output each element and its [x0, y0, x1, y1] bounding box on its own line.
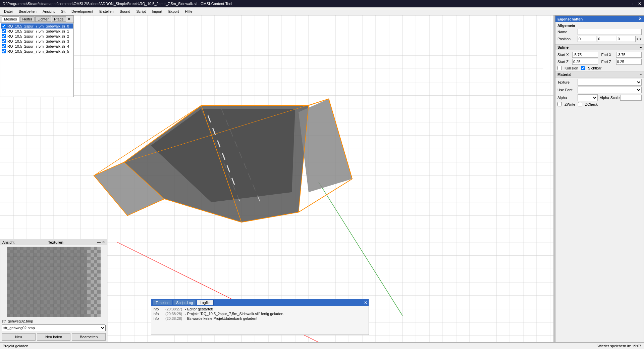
titlebar-controls: — □ ✕ [626, 1, 641, 6]
menu-item-bearbeiten[interactable]: Bearbeiten [16, 9, 39, 14]
startz-input[interactable] [572, 59, 598, 65]
menu-item-erstellen[interactable]: Erstellen [97, 9, 116, 14]
usefont-select[interactable] [578, 87, 642, 93]
texture-label: Texture [557, 80, 578, 84]
menu-item-git[interactable]: Git [58, 9, 68, 14]
titlebar: D:\Programme\Steam\steamapps\common\OMSI… [0, 0, 644, 7]
material-expander: Material – [555, 72, 644, 78]
log-tab-logfile[interactable]: Logfile [197, 300, 213, 305]
menu-item-script[interactable]: Script [133, 9, 148, 14]
alpha-scale-label: Alpha-Scale [600, 96, 620, 100]
left-panel-close-button[interactable]: ✕ [66, 17, 72, 21]
panel-tab-meshes[interactable]: Meshes [2, 16, 19, 22]
ansicht-label: Ansicht [2, 240, 14, 244]
texture-select[interactable] [578, 79, 642, 86]
material-expand-btn[interactable]: – [640, 73, 642, 77]
mesh-item[interactable]: RQ_10,5_2spur_7,5m_Sidewalk.sli_5 [1, 49, 73, 54]
log-entry: Info(20:38:28)- Es wurde keine Projektda… [153, 316, 367, 321]
usefont-row: Use Font [557, 87, 642, 93]
properties-panel-close-button[interactable]: ✕ [639, 17, 642, 21]
mesh-item[interactable]: RQ_10,5_2spur_7,5m_Sidewalk.sli_2 [1, 34, 73, 39]
menu-item-sound[interactable]: Sound [117, 9, 133, 14]
texture-reload-button[interactable]: Neu laden [37, 333, 71, 341]
log-panel-header: TimelineScript-LogLogfile✕ [151, 299, 369, 306]
titlebar-title: D:\Programme\Steam\steamapps\common\OMSI… [3, 2, 232, 6]
position-z-input[interactable] [617, 36, 636, 42]
menu-item-development[interactable]: Development [69, 9, 96, 14]
close-button[interactable]: ✕ [638, 1, 641, 6]
zcheck-label: ZCheck [585, 102, 598, 106]
log-tab-timeline[interactable]: Timeline [153, 300, 172, 305]
texture-edit-button[interactable]: Bearbeiten [72, 333, 106, 341]
log-panel-close-button[interactable]: ✕ [364, 300, 367, 305]
mesh-item[interactable]: RQ_10,5_2spur_7,5m_Sidewalk.sli_0 [1, 23, 73, 29]
log-content: Info(20:38:27)- Editor gestartet!Info(20… [151, 306, 369, 335]
mesh-checkbox[interactable] [2, 24, 6, 28]
log-time: (20:38:28) [165, 316, 182, 320]
mesh-item[interactable]: RQ_10,5_2spur_7,5m_Sidewalk.sli_3 [1, 39, 73, 44]
mesh-checkbox[interactable] [2, 49, 6, 53]
spline-startx-row: Start X End X [557, 52, 642, 58]
mesh-item[interactable]: RQ_10,5_2spur_7,5m_Sidewalk.sli_4 [1, 44, 73, 49]
texture-preview-svg [7, 247, 101, 317]
svg-rect-104 [87, 247, 101, 317]
maximize-button[interactable]: □ [633, 1, 635, 6]
texture-panel: Ansicht Texturen — ✕ [0, 239, 107, 342]
texture-panel-close[interactable]: ✕ [102, 240, 105, 244]
menu-item-import[interactable]: Import [149, 9, 165, 14]
position-arrow: < > [636, 37, 642, 41]
startx-label: Start X [557, 53, 571, 57]
endz-input[interactable] [616, 59, 642, 65]
sichtbar-checkbox[interactable] [581, 66, 585, 70]
log-type: Info [153, 312, 163, 316]
texture-panel-title: Texturen [48, 240, 63, 244]
name-row: Name [557, 29, 642, 35]
alpha-scale-input[interactable] [620, 95, 642, 101]
mesh-checkbox[interactable] [2, 39, 6, 43]
mesh-checkbox[interactable] [2, 44, 6, 48]
zcheck-checkbox[interactable] [578, 102, 582, 106]
left-panel-header: MeshesHelferLichterPfade ✕ [0, 16, 73, 23]
startx-input[interactable] [572, 52, 598, 58]
log-tab-script-log[interactable]: Script-Log [173, 300, 196, 305]
endx-input[interactable] [616, 52, 642, 58]
mesh-item[interactable]: RQ_10,5_2spur_7,5m_Sidewalk.sli_1 [1, 29, 73, 34]
panel-tab-helfer[interactable]: Helfer [20, 16, 35, 22]
log-type: Info [153, 307, 163, 311]
kollision-label: Kollision [565, 66, 578, 70]
left-panel-tabs: MeshesHelferLichterPfade [2, 16, 66, 22]
texture-new-button[interactable]: Neu [2, 333, 36, 341]
mesh-label: RQ_10,5_2spur_7,5m_Sidewalk.sli_0 [7, 24, 69, 28]
spline-expander: Spline – [555, 45, 644, 50]
position-label: Position [557, 37, 578, 41]
name-input[interactable] [578, 29, 642, 35]
panel-tab-lichter[interactable]: Lichter [35, 16, 51, 22]
menu-item-export[interactable]: Export [166, 9, 182, 14]
menu-item-ansicht[interactable]: Ansicht [40, 9, 57, 14]
alpha-select[interactable] [578, 94, 598, 101]
statusbar: Projekt geladen Wieder speichern in: 19:… [0, 342, 644, 349]
texture-panel-header: Ansicht Texturen — ✕ [0, 239, 107, 245]
texture-panel-minimize[interactable]: — [97, 240, 101, 244]
menu-item-hilfe[interactable]: Hilfe [182, 9, 195, 14]
spline-startz-row: Start Z End Z [557, 59, 642, 65]
material-title: Material [557, 72, 572, 77]
menu-item-datei[interactable]: Datei [1, 9, 15, 14]
allgemein-title: Allgemein [557, 23, 642, 28]
texture-filename-label: str_gehweg02.bmp [0, 318, 107, 324]
usefont-label: Use Font [557, 88, 578, 92]
spline-expand-btn[interactable]: – [640, 46, 642, 49]
panel-tab-pfade[interactable]: Pfade [52, 16, 66, 22]
mesh-checkbox[interactable] [2, 34, 6, 38]
texture-file-select[interactable]: str_gehweg02.bmp [2, 325, 106, 331]
endx-label: End X [601, 53, 615, 57]
zwrite-checkbox[interactable] [557, 102, 562, 106]
status-left: Projekt geladen [3, 344, 28, 348]
position-x-input[interactable] [578, 36, 596, 42]
kollision-checkbox[interactable] [557, 66, 562, 70]
log-time: (20:38:28) [165, 312, 182, 316]
spline-section: Start X End X Start Z End Z Kollision Si… [555, 50, 644, 72]
position-y-input[interactable] [597, 36, 616, 42]
mesh-checkbox[interactable] [2, 29, 6, 33]
minimize-button[interactable]: — [626, 1, 630, 6]
